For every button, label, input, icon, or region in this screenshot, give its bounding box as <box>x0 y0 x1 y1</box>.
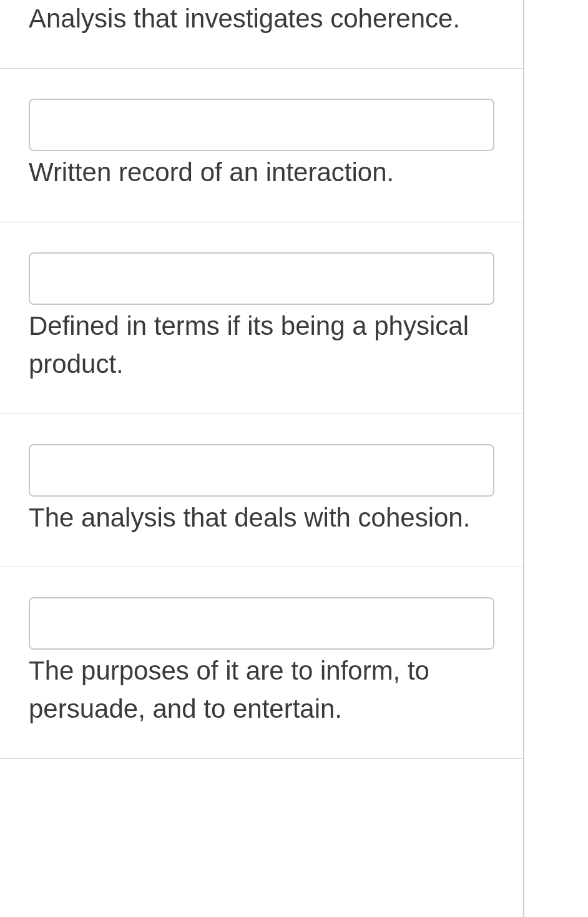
quiz-item: Written record of an interaction. <box>0 69 523 222</box>
answer-input[interactable] <box>29 597 494 650</box>
answer-input[interactable] <box>29 252 494 305</box>
quiz-item: The purposes of it are to inform, to per… <box>0 567 523 759</box>
quiz-item: Defined in terms if its being a physical… <box>0 222 523 414</box>
clue-text: Written record of an interaction. <box>29 154 494 192</box>
clue-text: Defined in terms if its being a physical… <box>29 307 494 384</box>
quiz-item: The analysis that deals with cohesion. <box>0 414 523 568</box>
answer-input[interactable] <box>29 99 494 151</box>
answer-input[interactable] <box>29 444 494 497</box>
quiz-item: Analysis that investigates coherence. <box>0 0 523 69</box>
clue-text: The purposes of it are to inform, to per… <box>29 652 494 728</box>
clue-text: The analysis that deals with cohesion. <box>29 499 494 537</box>
clue-text: Analysis that investigates coherence. <box>29 0 494 38</box>
quiz-list: Analysis that investigates coherence. Wr… <box>0 0 524 917</box>
